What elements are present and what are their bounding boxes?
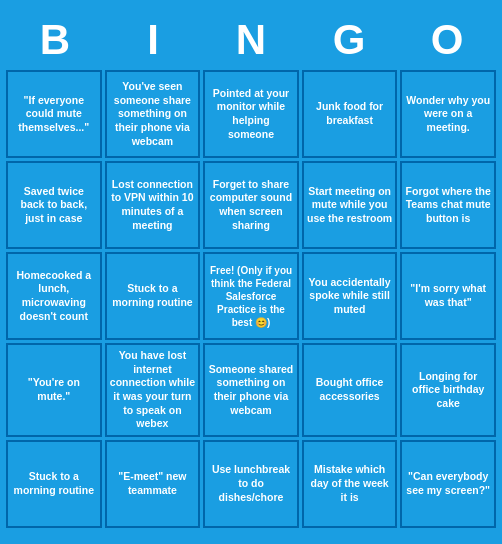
bingo-cell-21[interactable]: "E-meet" new teammate <box>105 440 201 528</box>
bingo-header: BINGO <box>6 16 496 64</box>
bingo-cell-19[interactable]: Longing for office birthday cake <box>400 343 496 437</box>
bingo-cell-17[interactable]: Someone shared something on their phone … <box>203 343 299 437</box>
bingo-cell-16[interactable]: You have lost internet connection while … <box>105 343 201 437</box>
bingo-letter-B: B <box>11 16 99 64</box>
bingo-cell-20[interactable]: Stuck to a morning routine <box>6 440 102 528</box>
bingo-cell-3[interactable]: Junk food for breakfast <box>302 70 398 158</box>
bingo-letter-G: G <box>305 16 393 64</box>
bingo-letter-N: N <box>207 16 295 64</box>
bingo-grid: "If everyone could mute themselves..."Yo… <box>6 70 496 528</box>
bingo-cell-5[interactable]: Saved twice back to back, just in case <box>6 161 102 249</box>
bingo-cell-14[interactable]: "I'm sorry what was that" <box>400 252 496 340</box>
bingo-cell-1[interactable]: You've seen someone share something on t… <box>105 70 201 158</box>
bingo-letter-O: O <box>403 16 491 64</box>
bingo-cell-4[interactable]: Wonder why you were on a meeting. <box>400 70 496 158</box>
bingo-cell-2[interactable]: Pointed at your monitor while helping so… <box>203 70 299 158</box>
bingo-cell-22[interactable]: Use lunchbreak to do dishes/chore <box>203 440 299 528</box>
bingo-cell-18[interactable]: Bought office accessories <box>302 343 398 437</box>
bingo-cell-6[interactable]: Lost connection to VPN within 10 minutes… <box>105 161 201 249</box>
bingo-cell-23[interactable]: Mistake which day of the week it is <box>302 440 398 528</box>
bingo-cell-11[interactable]: Stuck to a morning routine <box>105 252 201 340</box>
bingo-letter-I: I <box>109 16 197 64</box>
bingo-cell-12[interactable]: Free! (Only if you think the Federal Sal… <box>203 252 299 340</box>
bingo-cell-0[interactable]: "If everyone could mute themselves..." <box>6 70 102 158</box>
bingo-cell-10[interactable]: Homecooked a lunch, microwaving doesn't … <box>6 252 102 340</box>
bingo-cell-7[interactable]: Forget to share computer sound when scre… <box>203 161 299 249</box>
bingo-card: BINGO "If everyone could mute themselves… <box>0 10 502 534</box>
bingo-cell-13[interactable]: You accidentally spoke while still muted <box>302 252 398 340</box>
bingo-cell-8[interactable]: Start meeting on mute while you use the … <box>302 161 398 249</box>
bingo-cell-9[interactable]: Forgot where the Teams chat mute button … <box>400 161 496 249</box>
bingo-cell-24[interactable]: "Can everybody see my screen?" <box>400 440 496 528</box>
bingo-cell-15[interactable]: "You're on mute." <box>6 343 102 437</box>
